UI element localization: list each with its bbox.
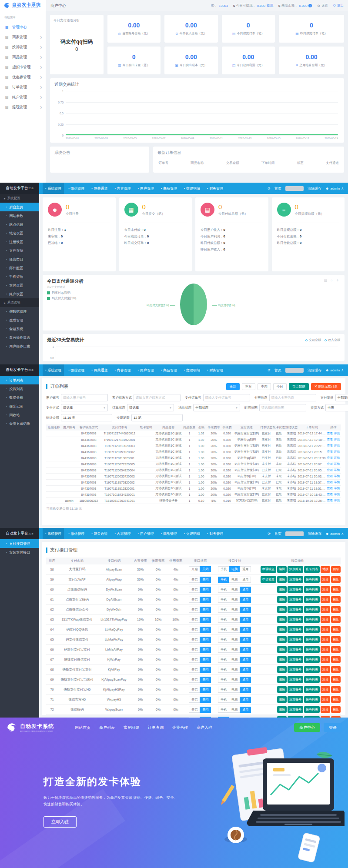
- state-option[interactable]: 开启: [189, 617, 200, 623]
- state-active[interactable]: 关闭: [200, 677, 211, 683]
- range-tab-4[interactable]: 今日: [273, 383, 287, 390]
- sidebar-item-8[interactable]: ▪经营类目: [0, 255, 39, 264]
- detail-link[interactable]: 详情: [334, 474, 340, 477]
- sidebar-item-9[interactable]: ▪邮件配置: [0, 264, 39, 272]
- state-active[interactable]: 关闭: [200, 617, 211, 623]
- view-link[interactable]: 查看: [327, 438, 333, 441]
- sidebar-item-2[interactable]: ▪投诉列表: [0, 384, 39, 393]
- chart-legend-item[interactable]: 收入金额: [325, 338, 340, 342]
- panel-tool-icons[interactable]: ▤ ○ ⇩: [324, 278, 340, 282]
- account-list-button[interactable]: 账号列表: [304, 626, 320, 633]
- login-button[interactable]: 登录: [324, 723, 342, 732]
- connect-button[interactable]: 对接: [321, 616, 330, 623]
- filter-select[interactable]: 卡密▼: [325, 404, 348, 411]
- connect-button[interactable]: 对接: [321, 706, 330, 713]
- delete-button[interactable]: 删除: [331, 636, 341, 643]
- state-option[interactable]: 开启: [189, 637, 200, 643]
- connect-button[interactable]: 对接: [321, 606, 330, 613]
- connect-button[interactable]: 对接: [321, 596, 330, 603]
- support-通用[interactable]: 通用: [240, 597, 251, 603]
- sidebar-item-2[interactable]: ▪后台主页: [0, 203, 39, 211]
- support-手机[interactable]: 手机: [218, 566, 229, 572]
- sidebar-item-6[interactable]: ▪会员支出记录: [0, 419, 39, 428]
- sidebar-item-5[interactable]: ▪回收站: [0, 411, 39, 419]
- delete-button[interactable]: 删除: [331, 576, 341, 583]
- nav-menu-4[interactable]: ▪内容管理: [112, 364, 133, 376]
- edit-button[interactable]: 编辑: [277, 696, 287, 703]
- support-通用[interactable]: 通用: [240, 687, 251, 693]
- support-手机[interactable]: 手机: [218, 607, 229, 613]
- edit-button[interactable]: 编辑: [277, 706, 287, 713]
- landing-menu-2[interactable]: 商户列表: [99, 725, 115, 731]
- nav-menu-7[interactable]: ▪交易明细: [181, 364, 203, 376]
- support-通用[interactable]: 通用: [240, 566, 251, 572]
- support-通用[interactable]: 通用: [240, 627, 251, 633]
- view-link[interactable]: 查看: [327, 499, 333, 502]
- support-电脑[interactable]: 电脑: [229, 707, 240, 713]
- account-list-button[interactable]: 账号列表: [304, 596, 320, 603]
- edit-button[interactable]: 编辑: [277, 656, 287, 663]
- edit-button[interactable]: 编辑: [277, 636, 287, 643]
- detail-link[interactable]: 详情: [334, 468, 340, 471]
- sidebar-item-6[interactable]: ▤优惠券管理❯: [0, 72, 46, 82]
- help-icon[interactable]: ?: [308, 4, 312, 7]
- nav-menu-1[interactable]: ▪系统管理: [43, 528, 64, 539]
- state-active[interactable]: 关闭: [200, 647, 211, 653]
- connect-button[interactable]: 对接: [321, 586, 330, 593]
- filter-input[interactable]: 请输入用户账号: [61, 394, 108, 401]
- support-电脑[interactable]: 电脑: [229, 607, 240, 613]
- range-tab-2[interactable]: 本月: [242, 383, 255, 390]
- sidebar-item-7[interactable]: ▤订单管理❯: [0, 82, 46, 92]
- add-account-button[interactable]: 添加账号: [288, 566, 303, 573]
- nav-menu-7[interactable]: ▪交易明细: [181, 183, 203, 194]
- state-active[interactable]: 关闭: [200, 657, 211, 663]
- support-手机[interactable]: 手机: [218, 647, 229, 653]
- nav-menu-6[interactable]: ▪商品管理: [158, 364, 180, 376]
- support-手机[interactable]: 手机: [218, 677, 229, 683]
- support-电脑[interactable]: 电脑: [229, 566, 240, 572]
- nav-menu-2[interactable]: ▪微信管理: [66, 183, 87, 194]
- account-list-button[interactable]: 账号列表: [304, 666, 320, 673]
- view-link[interactable]: 查看: [327, 468, 333, 471]
- nav-menu-8[interactable]: ▪财务管理: [204, 183, 226, 194]
- delete-button[interactable]: 删除: [331, 696, 341, 703]
- support-通用[interactable]: 通用: [240, 697, 251, 703]
- filter-select[interactable]: 请选择▼: [127, 404, 174, 411]
- nav-menu-6[interactable]: ▪商品管理: [158, 183, 180, 194]
- detail-link[interactable]: 详情: [334, 444, 340, 447]
- add-account-button[interactable]: 添加账号: [288, 616, 303, 623]
- sidebar-item-4[interactable]: ▪站点信息: [0, 220, 39, 229]
- support-手机[interactable]: 手机: [218, 707, 229, 713]
- support-手机[interactable]: 手机: [218, 667, 229, 673]
- user-menu[interactable]: ☻admin∧: [325, 532, 344, 536]
- account-list-button[interactable]: 账号列表: [304, 616, 320, 623]
- support-通用[interactable]: 通用: [240, 707, 251, 713]
- state-option[interactable]: 开启: [189, 677, 200, 683]
- support-通用[interactable]: 通用: [240, 577, 251, 583]
- filter-input[interactable]: 请选择时间范围: [259, 404, 306, 411]
- nav-menu-2[interactable]: ▪微信管理: [66, 528, 87, 539]
- account-list-button[interactable]: 账号列表: [304, 646, 320, 653]
- delete-button[interactable]: 删除: [331, 616, 341, 623]
- sidebar-item-3[interactable]: ▪网站参数: [0, 211, 39, 220]
- edit-button[interactable]: 编辑: [277, 576, 287, 583]
- view-link[interactable]: 查看: [327, 432, 333, 435]
- chart-legend-item[interactable]: 交易金额: [305, 338, 321, 342]
- add-account-button[interactable]: 添加账号: [288, 686, 303, 693]
- delete-button[interactable]: 删除: [331, 656, 341, 663]
- view-link[interactable]: 查看: [327, 487, 333, 490]
- refresh-icon[interactable]: ⟳: [268, 368, 271, 372]
- nav-menu-8[interactable]: ▪财务管理: [204, 364, 226, 376]
- delete-button[interactable]: 删除: [331, 626, 341, 633]
- apply-independent-button[interactable]: 申请独立: [261, 566, 276, 573]
- account-list-button[interactable]: 账号列表: [304, 676, 320, 683]
- support-电脑[interactable]: 电脑: [229, 697, 240, 703]
- support-手机[interactable]: 手机: [218, 697, 229, 703]
- detail-link[interactable]: 详情: [334, 499, 340, 502]
- settings-button[interactable]: ⚙ 设置: [317, 3, 328, 8]
- clear-cache-link[interactable]: 清除缓存: [308, 531, 321, 536]
- home-link[interactable]: 首页: [274, 531, 281, 536]
- add-account-button[interactable]: 添加账号: [288, 606, 303, 613]
- connect-button[interactable]: 对接: [321, 636, 330, 643]
- landing-menu-3[interactable]: 常见问题: [124, 725, 139, 731]
